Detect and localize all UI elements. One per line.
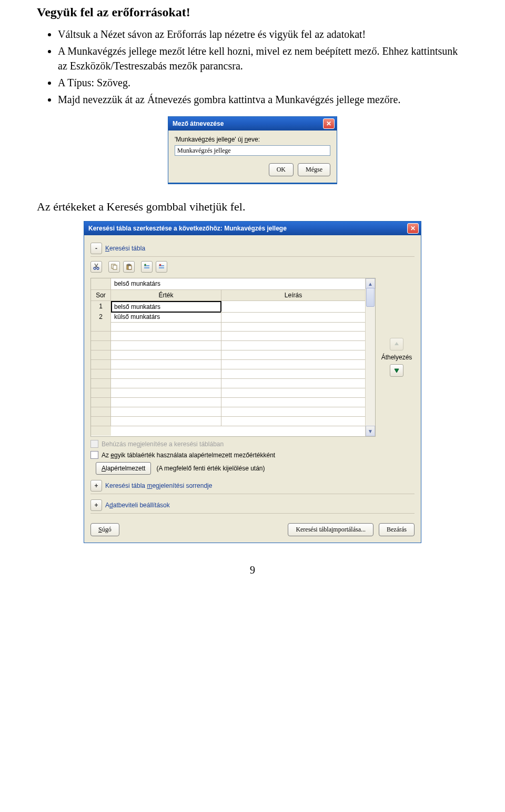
svg-rect-6 [128,266,132,269]
dialog-titlebar: Keresési tábla szerkesztése a következőh… [84,222,421,235]
column-header-desc[interactable]: Leírás [221,290,365,300]
bullet-item: Váltsuk a Nézet sávon az Erőforrás lap n… [58,27,468,42]
row-number: 1 [91,301,111,313]
move-down-button[interactable] [390,364,403,377]
move-up-button[interactable] [390,338,403,350]
toolbar [90,261,415,273]
section-lookup-table: - Keresési tábla [90,243,415,257]
svg-rect-3 [113,265,117,269]
insert-row-icon[interactable] [141,261,153,273]
scroll-up-icon[interactable]: ▲ [366,278,375,289]
paragraph: Az értékeket a Keresés gombbal vihetjük … [37,200,468,214]
section-label: Keresési tábla [105,245,145,252]
checkbox [90,440,98,448]
section-label: Keresési tábla megjelenítési sorrendje [105,482,212,489]
option-indent: Behúzás megjelenítése a keresési táblába… [90,440,415,448]
cancel-button[interactable]: Mégse [298,163,330,176]
dialog-title: Mező átnevezése [173,120,224,127]
option-label: Az egyik táblaérték használata alapértel… [102,452,275,459]
dialog-title: Keresési tábla szerkesztése a következőh… [88,225,287,232]
field-label: 'Munkavégzés jellege' új neve: [175,136,330,143]
close-button[interactable]: Bezárás [379,523,415,536]
checkbox[interactable] [90,451,98,459]
instruction-list: Váltsuk a Nézet sávon az Erőforrás lap n… [37,27,468,107]
page-number: 9 [37,564,468,576]
help-button[interactable]: Súgó [90,523,119,536]
svg-rect-8 [144,267,149,268]
set-default-button[interactable]: Alapértelmezett [96,462,151,475]
bullet-item: A Munkavégzés jellege mezőt létre kell h… [58,44,468,73]
grid-top-value[interactable]: belső munkatárs [111,278,365,290]
scrollbar[interactable]: ▲ ▼ [365,278,375,436]
bullet-item: Majd nevezzük át az Átnevezés gombra kat… [58,92,468,107]
dialog-titlebar: Mező átnevezése ✕ [168,117,337,131]
expand-icon[interactable]: + [90,499,102,511]
move-label: Áthelyezés [381,354,412,361]
paste-icon[interactable] [123,261,135,273]
section-display-order[interactable]: + Keresési tábla megjelenítési sorrendje [90,480,415,494]
table-row[interactable]: 1 belső munkatárs [91,301,365,312]
delete-row-icon[interactable] [156,261,167,273]
scroll-down-icon[interactable]: ▼ [366,426,375,436]
cell-value[interactable]: belső munkatárs [111,301,221,313]
import-button[interactable]: Keresési tábla importálása... [288,523,373,536]
ok-button[interactable]: OK [269,163,294,176]
cell-desc[interactable] [221,312,365,323]
option-default-value[interactable]: Az egyik táblaérték használata alapértel… [90,451,415,459]
column-header-row[interactable]: Sor [91,290,111,300]
expand-icon[interactable]: + [90,480,102,492]
cut-icon[interactable] [90,261,102,273]
close-icon[interactable]: ✕ [323,118,335,129]
collapse-icon[interactable]: - [90,243,102,254]
lookup-table-dialog: Keresési tábla szerkesztése a következőh… [84,221,421,543]
rename-input[interactable] [175,145,330,156]
page-heading: Vegyük fel az erőforrásokat! [37,5,468,19]
lookup-grid[interactable]: belső munkatárs Sor Érték Leírás 1 belső… [90,278,376,437]
close-icon[interactable]: ✕ [407,223,419,234]
section-data-entry[interactable]: + Adatbeviteli beállítások [90,499,415,514]
rename-field-dialog: Mező átnevezése ✕ 'Munkavégzés jellege' … [168,116,337,184]
svg-point-0 [94,267,96,269]
column-header-value[interactable]: Érték [111,290,221,300]
table-row[interactable]: 2 külső munkatárs [91,312,365,322]
cell-value[interactable]: külső munkatárs [111,312,221,323]
section-label: Adatbeviteli beállítások [105,502,170,509]
svg-rect-10 [159,267,164,268]
row-number: 2 [91,312,111,323]
option-label: Behúzás megjelenítése a keresési táblába… [102,440,224,448]
scroll-thumb[interactable] [366,288,375,307]
default-hint: (A megfelelő fenti érték kijelölése után… [156,465,265,472]
svg-point-1 [97,267,99,269]
bullet-item: A Típus: Szöveg. [58,75,468,90]
cell-desc[interactable] [221,301,365,313]
copy-icon[interactable] [108,261,120,273]
